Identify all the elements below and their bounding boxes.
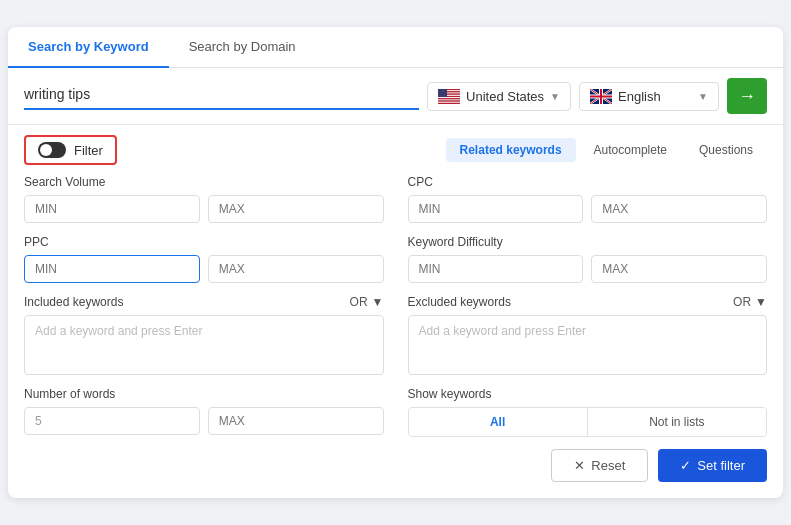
language-label: English [618, 89, 661, 104]
show-keywords-group: Show keywords All Not in lists [408, 387, 768, 437]
excluded-keywords-group: Excluded keywords OR ▼ Add a keyword and… [408, 295, 768, 375]
reset-button[interactable]: ✕ Reset [551, 449, 648, 482]
words-inputs [24, 407, 384, 435]
reset-label: Reset [591, 458, 625, 473]
svg-rect-13 [438, 89, 447, 97]
kd-label: Keyword Difficulty [408, 235, 768, 249]
us-flag-icon [438, 89, 460, 104]
filter-row: Filter Related keywords Autocomplete Que… [8, 125, 783, 175]
kw-tab-questions[interactable]: Questions [685, 138, 767, 162]
included-keywords-group: Included keywords OR ▼ Add a keyword and… [24, 295, 384, 375]
filter-toggle[interactable] [38, 142, 66, 158]
tab-search-by-keyword[interactable]: Search by Keyword [8, 27, 169, 68]
excluded-keywords-label: Excluded keywords [408, 295, 511, 309]
keyword-input-wrapper [24, 82, 419, 110]
words-max[interactable] [208, 407, 384, 435]
cpc-max[interactable] [591, 195, 767, 223]
cpc-label: CPC [408, 175, 768, 189]
show-keywords-toggle: All Not in lists [408, 407, 768, 437]
reset-icon: ✕ [574, 458, 585, 473]
excluded-or-chevron-icon: ▼ [755, 295, 767, 309]
included-keywords-header: Included keywords OR ▼ [24, 295, 384, 309]
language-dropdown[interactable]: English ▼ [579, 82, 719, 111]
svg-rect-9 [438, 99, 460, 100]
filter-label: Filter [74, 143, 103, 158]
set-filter-button[interactable]: ✓ Set filter [658, 449, 767, 482]
kd-min[interactable] [408, 255, 584, 283]
kw-tab-related[interactable]: Related keywords [446, 138, 576, 162]
ppc-group: PPC [24, 235, 384, 283]
set-filter-label: Set filter [697, 458, 745, 473]
show-kw-all-button[interactable]: All [409, 408, 588, 436]
kd-inputs [408, 255, 768, 283]
excluded-keywords-input[interactable]: Add a keyword and press Enter [408, 315, 768, 375]
language-chevron-icon: ▼ [698, 91, 708, 102]
svg-rect-7 [438, 97, 460, 98]
excluded-or-select[interactable]: OR ▼ [733, 295, 767, 309]
search-volume-group: Search Volume [24, 175, 384, 223]
keyword-type-tabs: Related keywords Autocomplete Questions [446, 138, 767, 162]
search-volume-min[interactable] [24, 195, 200, 223]
svg-rect-11 [438, 101, 460, 102]
words-group: Number of words [24, 387, 384, 437]
search-row: United States ▼ English ▼ → [8, 68, 783, 125]
search-volume-label: Search Volume [24, 175, 384, 189]
svg-rect-8 [438, 98, 460, 99]
show-kw-not-button[interactable]: Not in lists [588, 408, 766, 436]
filter-left: Filter [24, 135, 117, 165]
excluded-keywords-header: Excluded keywords OR ▼ [408, 295, 768, 309]
ppc-min[interactable] [24, 255, 200, 283]
cpc-inputs [408, 195, 768, 223]
ppc-label: PPC [24, 235, 384, 249]
cpc-group: CPC [408, 175, 768, 223]
search-volume-max[interactable] [208, 195, 384, 223]
included-keywords-input[interactable]: Add a keyword and press Enter [24, 315, 384, 375]
svg-rect-10 [438, 100, 460, 101]
country-label: United States [466, 89, 544, 104]
ppc-inputs [24, 255, 384, 283]
tabs-row: Search by Keyword Search by Domain [8, 27, 783, 68]
included-keywords-placeholder: Add a keyword and press Enter [35, 324, 202, 338]
kd-group: Keyword Difficulty [408, 235, 768, 283]
bottom-row: ✕ Reset ✓ Set filter [8, 437, 783, 482]
ppc-max[interactable] [208, 255, 384, 283]
words-label: Number of words [24, 387, 384, 401]
show-keywords-label: Show keywords [408, 387, 768, 401]
kd-max[interactable] [591, 255, 767, 283]
en-flag-icon [590, 89, 612, 104]
country-dropdown[interactable]: United States ▼ [427, 82, 571, 111]
kw-tab-autocomplete[interactable]: Autocomplete [580, 138, 681, 162]
included-keywords-label: Included keywords [24, 295, 123, 309]
search-volume-inputs [24, 195, 384, 223]
svg-rect-22 [590, 95, 612, 97]
tab-search-by-domain[interactable]: Search by Domain [169, 27, 316, 68]
included-or-chevron-icon: ▼ [372, 295, 384, 309]
go-button[interactable]: → [727, 78, 767, 114]
filter-toggle-box[interactable]: Filter [24, 135, 117, 165]
cpc-min[interactable] [408, 195, 584, 223]
words-min[interactable] [24, 407, 200, 435]
filter-form: Search Volume CPC PPC Keyword Difficul [8, 175, 783, 437]
check-icon: ✓ [680, 458, 691, 473]
included-or-select[interactable]: OR ▼ [350, 295, 384, 309]
svg-rect-12 [438, 102, 460, 103]
keyword-input[interactable] [24, 82, 199, 106]
excluded-keywords-placeholder: Add a keyword and press Enter [419, 324, 586, 338]
country-chevron-icon: ▼ [550, 91, 560, 102]
